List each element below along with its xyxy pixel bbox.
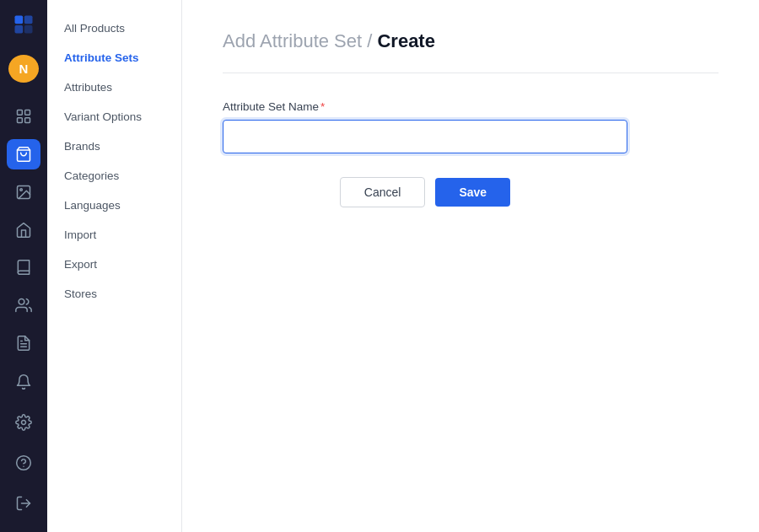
help-icon[interactable] xyxy=(7,446,40,480)
svg-point-14 xyxy=(22,421,26,425)
sidebar-item-attribute-sets[interactable]: Attribute Sets xyxy=(47,43,181,73)
page-header: Add Attribute Set / Create xyxy=(223,30,719,52)
svg-point-11 xyxy=(19,298,24,304)
svg-rect-1 xyxy=(24,15,33,24)
svg-rect-0 xyxy=(15,15,24,24)
breadcrumb-prefix: Add Attribute Set / xyxy=(223,30,377,51)
bottom-icons xyxy=(7,363,40,522)
save-button[interactable]: Save xyxy=(435,178,510,207)
svg-rect-6 xyxy=(18,118,23,123)
bell-icon[interactable] xyxy=(7,365,40,399)
users-icon[interactable] xyxy=(7,290,40,321)
image-icon[interactable] xyxy=(7,176,40,207)
icon-sidebar: N xyxy=(0,0,47,532)
sidebar-item-all-products[interactable]: All Products xyxy=(47,13,181,43)
app-logo xyxy=(8,10,39,38)
page-title: Add Attribute Set / Create xyxy=(223,30,719,52)
attribute-set-name-input[interactable] xyxy=(223,120,627,153)
book-icon[interactable] xyxy=(7,252,40,283)
svg-rect-7 xyxy=(25,118,30,123)
sidebar-item-export[interactable]: Export xyxy=(47,250,181,279)
breadcrumb-current: Create xyxy=(377,30,434,51)
logout-icon[interactable] xyxy=(7,486,40,520)
attribute-set-name-group: Attribute Set Name* xyxy=(223,100,719,153)
svg-point-15 xyxy=(17,456,31,470)
gear-icon[interactable] xyxy=(7,406,40,439)
sidebar-item-attributes[interactable]: Attributes xyxy=(47,73,181,102)
svg-rect-2 xyxy=(15,24,24,33)
text-sidebar: All Products Attribute Sets Attributes V… xyxy=(47,0,182,532)
sidebar-item-import[interactable]: Import xyxy=(47,220,181,250)
svg-rect-3 xyxy=(24,24,33,33)
cart-icon[interactable] xyxy=(7,139,40,170)
form-label: Attribute Set Name* xyxy=(223,100,719,113)
receipt-icon[interactable] xyxy=(7,327,40,358)
svg-rect-5 xyxy=(25,110,30,116)
sidebar-item-categories[interactable]: Categories xyxy=(47,161,181,191)
svg-point-10 xyxy=(20,189,22,191)
divider xyxy=(223,73,719,73)
required-indicator: * xyxy=(320,100,325,113)
grid-icon[interactable] xyxy=(7,101,40,132)
main-content: Add Attribute Set / Create Attribute Set… xyxy=(182,0,759,532)
cancel-button[interactable]: Cancel xyxy=(340,177,426,207)
sidebar-item-variant-options[interactable]: Variant Options xyxy=(47,102,181,132)
avatar[interactable]: N xyxy=(8,55,39,83)
sidebar-item-languages[interactable]: Languages xyxy=(47,191,181,220)
sidebar-item-brands[interactable]: Brands xyxy=(47,132,181,161)
svg-rect-4 xyxy=(18,110,23,116)
form-actions: Cancel Save xyxy=(223,177,627,207)
sidebar-item-stores[interactable]: Stores xyxy=(47,279,181,309)
store-icon[interactable] xyxy=(7,214,40,245)
